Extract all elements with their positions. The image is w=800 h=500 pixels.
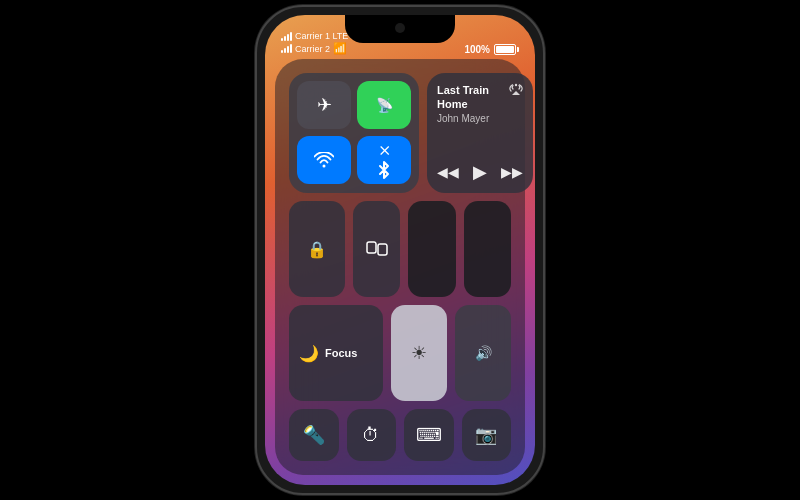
battery-fill — [496, 46, 514, 53]
carrier2-label: Carrier 2 — [295, 44, 330, 54]
bar — [287, 34, 289, 41]
battery-icon — [494, 44, 519, 55]
airplane-mode-icon: ✈ — [317, 94, 332, 116]
cc-row-1: ✈ 📡 — [289, 73, 511, 193]
dark-tile-2 — [464, 201, 511, 297]
focus-label: Focus — [325, 347, 357, 359]
bottom-row: 🔦 ⏱ ⌨ 📷 — [289, 409, 511, 461]
bluetooth-icon: ⨯ — [378, 141, 391, 160]
phone-frame: Carrier 1 LTE Carrier 2 📶 100% — [255, 5, 545, 495]
cellular-icon: 📡 — [376, 97, 393, 113]
media-artist: John Mayer — [437, 112, 509, 125]
volume-tile[interactable]: 🔊 — [455, 305, 511, 401]
bar — [287, 46, 289, 53]
screen-mirror-tile[interactable] — [353, 201, 400, 297]
cc-row-3: 🌙 Focus ☀ 🔊 — [289, 305, 511, 401]
svg-point-0 — [323, 165, 326, 168]
rewind-button[interactable]: ◀◀ — [437, 164, 459, 180]
screen-mirror-icon — [366, 241, 388, 257]
bar — [290, 44, 292, 53]
bar — [284, 36, 286, 41]
bluetooth-symbol — [377, 160, 391, 180]
connectivity-panel: ✈ 📡 — [289, 73, 419, 193]
signal-bars-2 — [281, 44, 292, 53]
focus-moon-icon: 🌙 — [299, 344, 319, 363]
carrier1-label: Carrier 1 LTE — [295, 31, 348, 41]
signal-bars-1 — [281, 32, 292, 41]
phone-screen: Carrier 1 LTE Carrier 2 📶 100% — [265, 15, 535, 485]
wifi-tile[interactable] — [297, 136, 351, 184]
bar — [284, 48, 286, 53]
orientation-lock-icon: 🔒 — [307, 240, 327, 259]
media-panel: Last Train Home John Mayer — [427, 73, 533, 193]
svg-point-1 — [515, 84, 517, 86]
bar — [290, 32, 292, 41]
bar — [281, 50, 283, 53]
bluetooth-tile[interactable]: ⨯ — [357, 136, 411, 184]
airplane-mode-tile[interactable]: ✈ — [297, 81, 351, 129]
orientation-lock-tile[interactable]: 🔒 — [289, 201, 345, 297]
volume-icon: 🔊 — [475, 345, 492, 361]
media-controls: ◀◀ ▶ ▶▶ — [437, 157, 523, 183]
brightness-tile[interactable]: ☀ — [391, 305, 447, 401]
focus-tile[interactable]: 🌙 Focus — [289, 305, 383, 401]
flashlight-icon: 🔦 — [303, 424, 325, 446]
battery-tip — [517, 47, 519, 52]
svg-rect-3 — [378, 244, 387, 255]
carrier2-row: Carrier 2 📶 — [281, 42, 464, 55]
cc-row-2: 🔒 — [289, 201, 511, 297]
timer-icon: ⏱ — [362, 425, 380, 446]
notch — [345, 15, 455, 43]
wifi-indicator: 📶 — [333, 42, 347, 55]
bar — [281, 38, 283, 41]
brightness-icon: ☀ — [411, 342, 427, 364]
status-right: 100% — [464, 44, 519, 55]
camera-dot — [395, 23, 405, 33]
media-info: Last Train Home John Mayer — [437, 83, 509, 125]
camera-icon: 📷 — [475, 424, 497, 446]
wifi-icon — [314, 152, 334, 168]
flashlight-tile[interactable]: 🔦 — [289, 409, 339, 461]
camera-tile[interactable]: 📷 — [462, 409, 512, 461]
dark-tile-1 — [408, 201, 455, 297]
control-center: ✈ 📡 — [275, 59, 525, 475]
media-top: Last Train Home John Mayer — [437, 83, 523, 125]
media-title: Last Train Home — [437, 83, 509, 112]
airplay-icon[interactable] — [509, 83, 523, 98]
svg-rect-2 — [367, 242, 376, 253]
timer-tile[interactable]: ⏱ — [347, 409, 397, 461]
fast-forward-button[interactable]: ▶▶ — [501, 164, 523, 180]
calculator-tile[interactable]: ⌨ — [404, 409, 454, 461]
battery-body — [494, 44, 516, 55]
cellular-tile[interactable]: 📡 — [357, 81, 411, 129]
battery-percentage: 100% — [464, 44, 490, 55]
calculator-icon: ⌨ — [416, 424, 442, 446]
play-button[interactable]: ▶ — [473, 161, 487, 183]
